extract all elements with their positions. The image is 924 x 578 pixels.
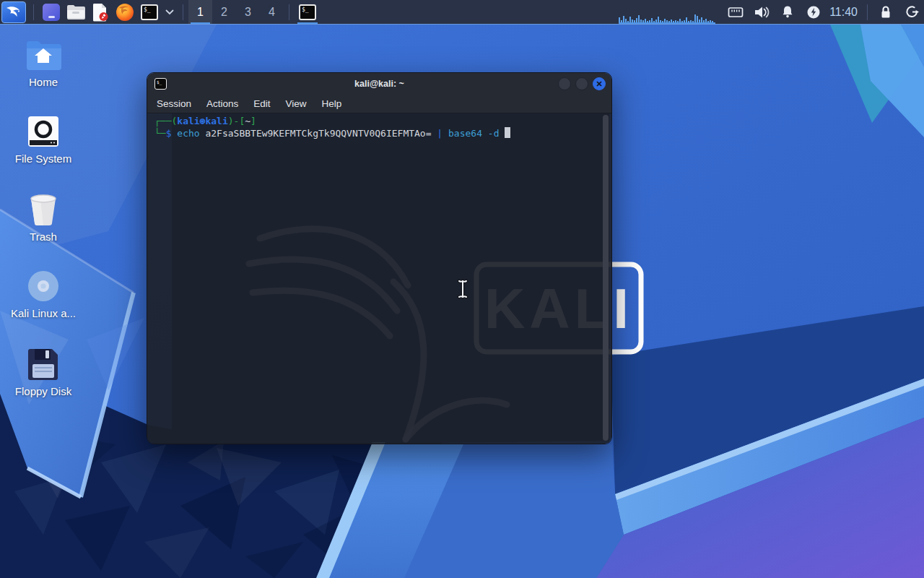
cpu-bar bbox=[638, 15, 640, 22]
cpu-bar bbox=[655, 20, 657, 22]
launcher-terminal[interactable]: $_ bbox=[139, 2, 160, 22]
window-menubar: Session Actions Edit View Help bbox=[147, 95, 611, 113]
panel-separator bbox=[183, 4, 183, 20]
cpu-bar bbox=[686, 17, 687, 22]
cpu-bar bbox=[632, 20, 633, 22]
cpu-bar bbox=[707, 21, 709, 22]
cpu-bar bbox=[677, 21, 679, 22]
desktop-icon-label: Kali Linux a... bbox=[9, 308, 78, 319]
launcher-window-app[interactable] bbox=[41, 2, 61, 22]
cpu-bar bbox=[668, 21, 670, 22]
kali-menu-button[interactable] bbox=[1, 1, 26, 23]
menu-session[interactable]: Session bbox=[157, 98, 191, 109]
ibeam-cursor bbox=[456, 279, 469, 299]
menu-view[interactable]: View bbox=[286, 98, 307, 109]
desktop-icon-label: Floppy Disk bbox=[9, 386, 78, 397]
cpu-bar bbox=[634, 20, 635, 22]
power-manager-tray-item[interactable] bbox=[806, 4, 821, 20]
terminal-body[interactable]: ┌──(kali⊛kali)-[~]└─$ echo a2FsaSBBTEw9K… bbox=[147, 113, 611, 444]
window-titlebar[interactable]: $_ kali@kali: ~ ✕ bbox=[147, 73, 611, 95]
cpu-bar bbox=[671, 20, 672, 22]
launcher-text-editor[interactable] bbox=[90, 2, 110, 22]
desktop-icon-kali-linux[interactable]: Kali Linux a... bbox=[9, 269, 78, 319]
terminal-line: ┌──(kali⊛kali)-[~] bbox=[154, 115, 611, 127]
cpu-bar bbox=[684, 20, 685, 22]
window-app-icon bbox=[43, 4, 60, 21]
desktop-icon-trash[interactable]: Trash bbox=[9, 192, 78, 243]
kali-dragon-icon bbox=[5, 4, 22, 21]
cpu-bar bbox=[690, 20, 692, 22]
desktop-icon-file-system[interactable]: File System bbox=[9, 114, 78, 165]
menu-edit[interactable]: Edit bbox=[253, 98, 270, 109]
ethernet-tray-item[interactable] bbox=[728, 4, 744, 20]
cpu-bar bbox=[629, 17, 631, 22]
cpu-bar bbox=[712, 21, 713, 22]
ethernet-icon bbox=[728, 6, 744, 19]
cpu-bar bbox=[642, 20, 644, 22]
notifications-icon bbox=[780, 5, 795, 20]
cpu-bar bbox=[679, 19, 681, 22]
desktop-icon-label: Home bbox=[9, 77, 78, 88]
terminal-output: ┌──(kali⊛kali)-[~]└─$ echo a2FsaSBBTEw9K… bbox=[154, 115, 611, 139]
cpu-bar bbox=[697, 16, 698, 22]
workspace-button-2[interactable]: 2 bbox=[212, 0, 236, 24]
cpu-bar bbox=[705, 19, 707, 22]
power-manager-icon bbox=[806, 5, 821, 20]
cpu-bar bbox=[701, 17, 702, 22]
lock-screen-button[interactable] bbox=[878, 4, 894, 20]
terminal-window[interactable]: $_ kali@kali: ~ ✕ Session Actions Edit V… bbox=[147, 72, 612, 444]
workspace-switcher: 1234 bbox=[188, 0, 284, 24]
menu-help[interactable]: Help bbox=[322, 98, 342, 109]
panel-separator bbox=[867, 4, 868, 20]
clock[interactable]: 11:40 bbox=[829, 6, 858, 19]
workspace-button-1[interactable]: 1 bbox=[188, 0, 212, 24]
cpu-bar bbox=[636, 18, 637, 22]
cpu-bar bbox=[627, 21, 629, 22]
cpu-bar bbox=[675, 20, 676, 22]
launcher-file-manager[interactable] bbox=[66, 2, 86, 22]
close-button[interactable]: ✕ bbox=[593, 77, 606, 90]
cpu-bar bbox=[621, 20, 622, 22]
cpu-bar bbox=[703, 20, 705, 22]
terminal-icon: $_ bbox=[154, 78, 167, 90]
desktop-icon-floppy-disk[interactable]: Floppy Disk bbox=[9, 347, 78, 397]
cpu-bar bbox=[653, 21, 655, 22]
cpu-bar bbox=[647, 21, 648, 22]
cpu-bar bbox=[699, 20, 700, 22]
cpu-bar bbox=[660, 20, 661, 22]
cpu-bar bbox=[645, 19, 646, 22]
cpu-bar bbox=[681, 21, 683, 22]
maximize-button[interactable] bbox=[575, 77, 588, 90]
trash-icon bbox=[9, 192, 78, 227]
taskbar-terminal-button[interactable]: $_ bbox=[295, 0, 321, 24]
notifications-tray-item[interactable] bbox=[780, 4, 796, 20]
cpu-bar bbox=[619, 17, 620, 22]
launcher-firefox[interactable] bbox=[115, 2, 135, 22]
cpu-bar bbox=[673, 21, 674, 22]
cpu-bar bbox=[710, 20, 711, 22]
volume-tray-item[interactable] bbox=[754, 4, 770, 20]
cpu-bar bbox=[625, 19, 627, 22]
workspace-button-4[interactable]: 4 bbox=[260, 0, 284, 24]
desktop-icon-home[interactable]: Home bbox=[9, 38, 78, 88]
panel-separator bbox=[289, 4, 289, 20]
cpu-graph[interactable] bbox=[619, 0, 715, 24]
menu-actions[interactable]: Actions bbox=[206, 98, 238, 109]
firefox-icon bbox=[116, 3, 134, 22]
folder-icon bbox=[66, 4, 85, 20]
workspace-button-3[interactable]: 3 bbox=[236, 0, 260, 24]
cpu-bar bbox=[651, 18, 653, 22]
minimize-button[interactable] bbox=[558, 77, 571, 90]
terminal-dropdown-button[interactable] bbox=[164, 2, 175, 22]
cpu-bar bbox=[640, 20, 642, 22]
floppy-icon bbox=[9, 347, 78, 381]
lock-icon bbox=[879, 5, 893, 20]
logout-button[interactable] bbox=[904, 4, 920, 20]
terminal-cursor bbox=[505, 127, 510, 138]
drive-icon bbox=[9, 114, 78, 149]
desktop: KALI Home File System bbox=[0, 0, 924, 578]
cpu-bar bbox=[694, 14, 696, 22]
terminal-icon: $_ bbox=[141, 4, 158, 20]
terminal-scrollbar[interactable] bbox=[603, 115, 609, 441]
document-edit-icon bbox=[92, 3, 109, 22]
